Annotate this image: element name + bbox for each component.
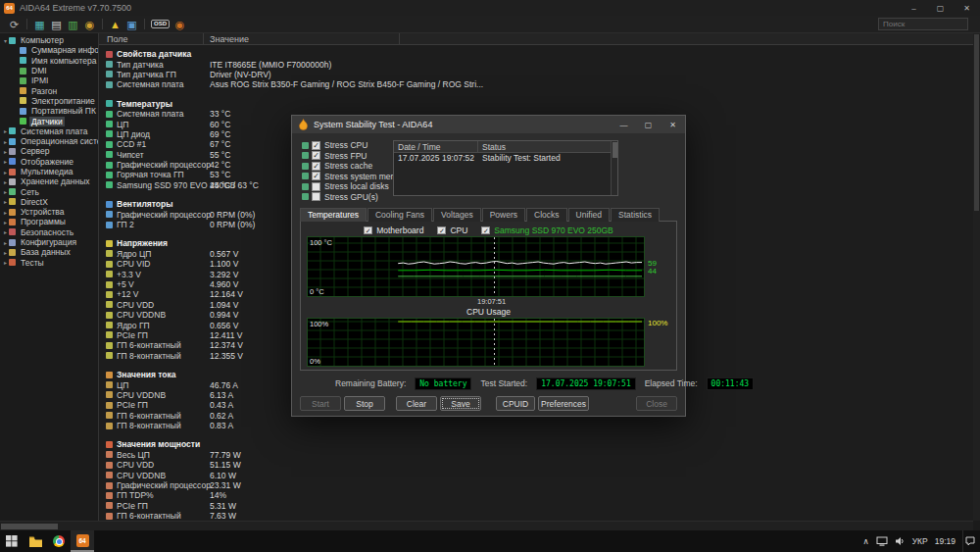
tree-expand-icon[interactable]: ▸ xyxy=(2,259,9,266)
checkbox[interactable]: ✓ xyxy=(481,226,490,234)
sidebar-item[interactable]: ▸Тесты xyxy=(0,258,98,268)
table-row[interactable]: CPU VDDNB6.10 W xyxy=(99,470,973,479)
sidebar-item[interactable]: Портативный ПК xyxy=(0,106,98,116)
computer-icon[interactable]: ▦ xyxy=(31,18,48,31)
table-row[interactable]: Тип датчика ГПDriver (NV-DRV) xyxy=(99,70,973,79)
chart-icon[interactable]: ▥ xyxy=(65,18,81,31)
tree-expand-icon[interactable]: ▸ xyxy=(2,169,9,176)
osd-badge[interactable]: OSD xyxy=(151,20,170,28)
tree-expand-icon[interactable]: ▸ xyxy=(2,127,9,134)
table-row[interactable]: Весь ЦП77.79 W xyxy=(99,450,973,460)
tree-expand-icon[interactable]: ▸ xyxy=(2,219,9,226)
table-row[interactable]: ГП 6-контактный7.63 W xyxy=(99,511,973,521)
sidebar-item[interactable]: ▸Отображение xyxy=(0,157,98,167)
tab-voltages[interactable]: Voltages xyxy=(433,208,481,222)
stop-button[interactable]: Stop xyxy=(344,396,385,411)
sidebar-item[interactable]: Датчики xyxy=(0,116,98,125)
table-row[interactable]: Графический процессор23.31 W xyxy=(99,480,973,490)
log-scrollbar[interactable] xyxy=(611,141,617,195)
table-row[interactable]: PCIe ГП5.31 W xyxy=(99,501,973,511)
table-row[interactable]: ГП 8-контактный0.83 A xyxy=(99,421,973,430)
aida64-taskbar-button[interactable]: 64 xyxy=(71,530,94,552)
sidebar-item[interactable]: ▸Операционная система xyxy=(0,136,98,146)
start-button[interactable] xyxy=(0,530,24,552)
column-header-field[interactable]: Поле xyxy=(99,33,204,45)
tree-expand-icon[interactable]: ▸ xyxy=(2,188,9,195)
tree-expand-icon[interactable]: ▸ xyxy=(2,228,9,235)
column-header-value[interactable]: Значение xyxy=(204,33,400,45)
dialog-titlebar[interactable]: System Stability Test - AIDA64 — ▢ ✕ xyxy=(292,116,685,133)
sensor-panel-icon[interactable]: ▣ xyxy=(123,18,140,31)
close-button[interactable]: ✕ xyxy=(954,0,980,16)
table-section-row[interactable]: Температуры xyxy=(99,99,973,109)
tab-powers[interactable]: Powers xyxy=(482,208,525,222)
speaker-icon[interactable] xyxy=(895,536,906,546)
sidebar-item[interactable]: ▸Мультимедиа xyxy=(0,167,98,176)
table-section-row[interactable]: Значения мощности xyxy=(99,439,973,449)
tree-expand-icon[interactable]: ▸ xyxy=(2,148,9,155)
tray-chevron-icon[interactable]: ∧ xyxy=(862,536,868,546)
refresh-icon[interactable]: ⟳ xyxy=(6,18,23,31)
table-row[interactable]: ГП TDP%14% xyxy=(99,490,973,500)
dialog-close-button[interactable]: ✕ xyxy=(661,116,685,133)
minimize-button[interactable]: – xyxy=(901,0,927,16)
sidebar-item[interactable]: Разгон xyxy=(0,85,98,95)
table-row[interactable]: Тип датчикаITE IT8665E (MMIO F7000000h) xyxy=(99,59,973,69)
action-center-button[interactable] xyxy=(962,530,976,552)
close-button[interactable]: Close xyxy=(636,396,677,411)
checkbox[interactable]: ✓ xyxy=(312,172,320,180)
file-explorer-button[interactable] xyxy=(24,530,47,552)
aida-logo-icon[interactable]: ◉ xyxy=(172,18,188,31)
benchmark-icon[interactable]: ◉ xyxy=(81,18,98,31)
vertical-scrollbar-thumb[interactable] xyxy=(974,34,979,211)
tab-cooling-fans[interactable]: Cooling Fans xyxy=(368,208,432,222)
checkbox[interactable] xyxy=(312,192,320,201)
log-scrollbar-thumb[interactable] xyxy=(612,142,617,158)
cpuid-button[interactable]: CPUID xyxy=(496,396,535,411)
log-column-datetime[interactable]: Date / Time xyxy=(394,141,478,152)
sidebar-item[interactable]: Суммарная информация xyxy=(0,45,98,55)
tree-expand-icon[interactable]: ▸ xyxy=(2,239,9,246)
log-column-status[interactable]: Status xyxy=(478,141,506,152)
app-titlebar[interactable]: 64 AIDA64 Extreme v7.70.7500 – ▢ ✕ xyxy=(0,0,980,16)
tab-unified[interactable]: Unified xyxy=(568,208,610,222)
sidebar-item[interactable]: ▸Сеть xyxy=(0,186,98,196)
start-button[interactable]: Start xyxy=(300,396,341,411)
tree-expand-icon[interactable]: ▸ xyxy=(2,198,9,205)
table-row[interactable]: Системная платаAsus ROG Strix B350-F Gam… xyxy=(99,79,973,89)
sidebar-item[interactable]: ▸Системная плата xyxy=(0,126,98,136)
network-icon[interactable] xyxy=(876,536,888,546)
stability-test-flame-icon[interactable]: ▲ xyxy=(107,18,123,31)
dialog-maximize-button[interactable]: ▢ xyxy=(636,116,661,133)
clock[interactable]: 19:19 xyxy=(935,536,956,546)
tab-clocks[interactable]: Clocks xyxy=(526,208,567,222)
chrome-button[interactable] xyxy=(47,530,71,552)
save-button[interactable]: Save xyxy=(440,396,481,411)
search-input[interactable] xyxy=(878,18,968,30)
table-section-row[interactable]: Свойства датчика xyxy=(99,49,973,59)
tree-expand-icon[interactable]: ▸ xyxy=(2,249,9,256)
checkbox[interactable]: ✓ xyxy=(312,141,320,150)
sidebar-item[interactable]: ▸Хранение данных xyxy=(0,176,98,186)
sidebar-item[interactable]: Электропитание xyxy=(0,96,98,106)
sidebar-item[interactable]: ▾Компьютер xyxy=(0,35,98,45)
sidebar-item[interactable]: ▸Конфигурация xyxy=(0,237,98,247)
sidebar-item[interactable]: IPMI xyxy=(0,75,98,85)
checkbox[interactable]: ✓ xyxy=(437,226,446,234)
tree-expand-icon[interactable]: ▸ xyxy=(2,178,9,185)
report-icon[interactable]: ▤ xyxy=(48,18,65,31)
table-row[interactable]: CPU VDD51.15 W xyxy=(99,460,973,470)
sidebar-item[interactable]: DMI xyxy=(0,66,98,75)
sidebar-item[interactable]: ▸Безопасность xyxy=(0,227,98,237)
checkbox[interactable]: ✓ xyxy=(364,226,372,234)
tree-expand-icon[interactable]: ▸ xyxy=(2,158,9,165)
sidebar-item[interactable]: ▸Программы xyxy=(0,217,98,226)
checkbox[interactable] xyxy=(312,182,320,191)
language-indicator[interactable]: УКР xyxy=(912,536,928,546)
sidebar-item[interactable]: ▸Устройства xyxy=(0,207,98,217)
tree-expand-icon[interactable]: ▸ xyxy=(2,209,9,216)
tab-statistics[interactable]: Statistics xyxy=(611,208,660,222)
tree-expand-icon[interactable]: ▾ xyxy=(2,37,9,44)
sidebar-item[interactable]: Имя компьютера xyxy=(0,56,98,66)
sidebar-item[interactable]: ▸DirectX xyxy=(0,197,98,207)
